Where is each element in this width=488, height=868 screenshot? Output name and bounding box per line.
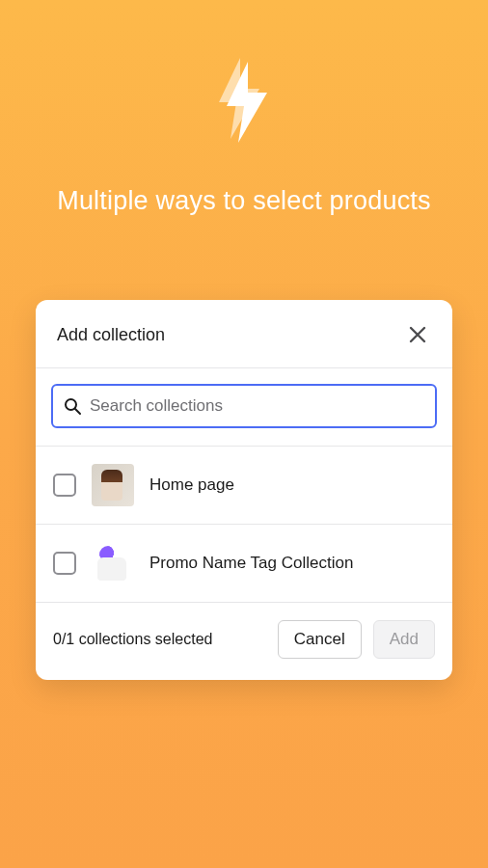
search-input[interactable] (90, 396, 425, 416)
modal-header: Add collection (36, 300, 452, 368)
checkbox[interactable] (53, 474, 76, 497)
svg-line-1 (75, 409, 80, 414)
search-icon (63, 396, 82, 416)
close-button[interactable] (404, 321, 431, 348)
bolt-icon (0, 58, 488, 145)
modal-footer: 0/1 collections selected Cancel Add (36, 603, 452, 680)
add-collection-modal: Add collection Home page Promo Name Tag … (36, 300, 452, 680)
add-button[interactable]: Add (373, 620, 435, 659)
search-section (36, 368, 452, 447)
hero: Multiple ways to select products (0, 0, 488, 218)
collection-thumbnail (92, 464, 134, 506)
collection-list: Home page Promo Name Tag Collection (36, 447, 452, 603)
modal-title: Add collection (57, 325, 165, 345)
checkbox[interactable] (53, 552, 76, 575)
page-headline: Multiple ways to select products (0, 183, 488, 218)
cancel-button[interactable]: Cancel (278, 620, 362, 659)
close-icon (408, 325, 427, 344)
list-item[interactable]: Home page (36, 447, 452, 525)
list-item[interactable]: Promo Name Tag Collection (36, 525, 452, 603)
collection-label: Promo Name Tag Collection (149, 554, 353, 573)
collection-thumbnail (92, 542, 134, 584)
search-field[interactable] (51, 384, 437, 428)
collection-label: Home page (149, 475, 234, 495)
selected-count: 0/1 collections selected (53, 631, 266, 648)
